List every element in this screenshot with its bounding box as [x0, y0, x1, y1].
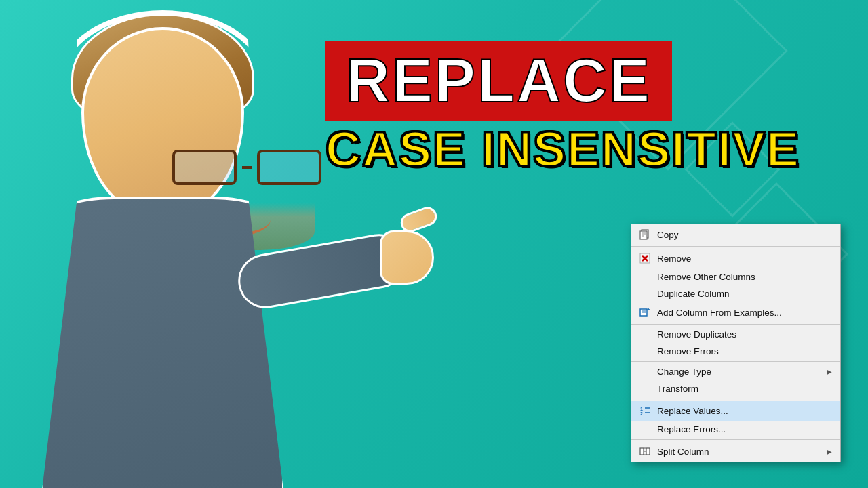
replace-errors-label: Replace Errors... [657, 424, 832, 434]
person-hand [380, 230, 434, 285]
svg-rect-17 [646, 448, 650, 455]
remove-icon [638, 251, 652, 265]
svg-rect-1 [640, 231, 647, 239]
title-area: REPLACE CASE INSENSITIVE [326, 41, 854, 174]
subtitle-title: CASE INSENSITIVE [326, 125, 854, 174]
duplicate-column-label: Duplicate Column [657, 289, 832, 299]
menu-item-change-type[interactable]: Change Type ▶ [631, 363, 840, 380]
context-menu: Copy Remove Remove Other Columns Duplica… [631, 224, 841, 462]
separator-5 [631, 439, 840, 440]
svg-text:1: 1 [640, 407, 643, 411]
menu-item-remove[interactable]: Remove [631, 248, 840, 268]
person-shirt [41, 197, 285, 488]
svg-text:2: 2 [640, 411, 643, 416]
svg-rect-16 [640, 448, 644, 455]
remove-duplicates-label: Remove Duplicates [657, 329, 832, 340]
replace-box: REPLACE [326, 41, 672, 121]
menu-item-remove-errors[interactable]: Remove Errors [631, 343, 840, 360]
transform-label: Transform [657, 384, 832, 394]
remove-other-columns-label: Remove Other Columns [657, 272, 832, 282]
menu-item-split-column[interactable]: Split Column ▶ [631, 441, 840, 462]
split-column-icon [638, 445, 652, 458]
svg-text:+: + [647, 307, 650, 312]
menu-item-replace-errors[interactable]: Replace Errors... [631, 421, 840, 438]
person-glasses [172, 148, 321, 186]
menu-item-copy[interactable]: Copy [631, 224, 840, 245]
person-finger [398, 204, 439, 235]
split-column-arrow: ▶ [827, 448, 832, 455]
remove-label: Remove [657, 253, 832, 264]
copy-label: Copy [657, 230, 832, 240]
separator-3 [631, 361, 840, 362]
person-head [81, 27, 244, 217]
glass-bridge [242, 166, 252, 169]
menu-item-remove-other-columns[interactable]: Remove Other Columns [631, 268, 840, 285]
menu-item-remove-duplicates[interactable]: Remove Duplicates [631, 326, 840, 343]
replace-values-icon: 1 2 [638, 404, 652, 418]
glass-frame-left [172, 150, 237, 185]
add-column-icon: + [638, 306, 652, 319]
menu-item-replace-values[interactable]: 1 2 Replace Values... [631, 401, 840, 421]
separator-2 [631, 324, 840, 325]
menu-item-add-column-from-examples[interactable]: + Add Column From Examples... [631, 302, 840, 323]
change-type-label: Change Type [657, 367, 821, 377]
separator-4 [631, 399, 840, 399]
copy-icon [638, 228, 652, 241]
remove-errors-label: Remove Errors [657, 346, 832, 357]
glass-frame-right [257, 150, 321, 185]
separator-1 [631, 246, 840, 247]
menu-item-duplicate-column[interactable]: Duplicate Column [631, 285, 840, 302]
change-type-arrow: ▶ [827, 368, 832, 375]
add-column-from-examples-label: Add Column From Examples... [657, 308, 832, 318]
replace-values-label: Replace Values... [657, 406, 832, 416]
menu-item-transform[interactable]: Transform [631, 380, 840, 397]
split-column-label: Split Column [657, 447, 821, 457]
replace-title: REPLACE [346, 47, 652, 115]
